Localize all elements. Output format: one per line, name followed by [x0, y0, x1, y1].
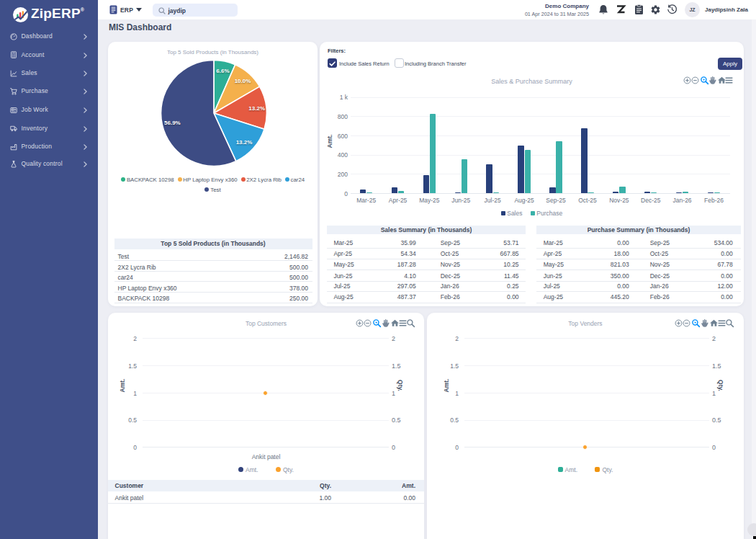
svg-text:13.2%: 13.2% [236, 139, 253, 146]
svg-text:6.6%: 6.6% [216, 68, 229, 74]
svg-text:13.2%: 13.2% [248, 105, 265, 112]
svg-text:10.0%: 10.0% [235, 78, 251, 84]
svg-text:56.9%: 56.9% [164, 120, 181, 126]
